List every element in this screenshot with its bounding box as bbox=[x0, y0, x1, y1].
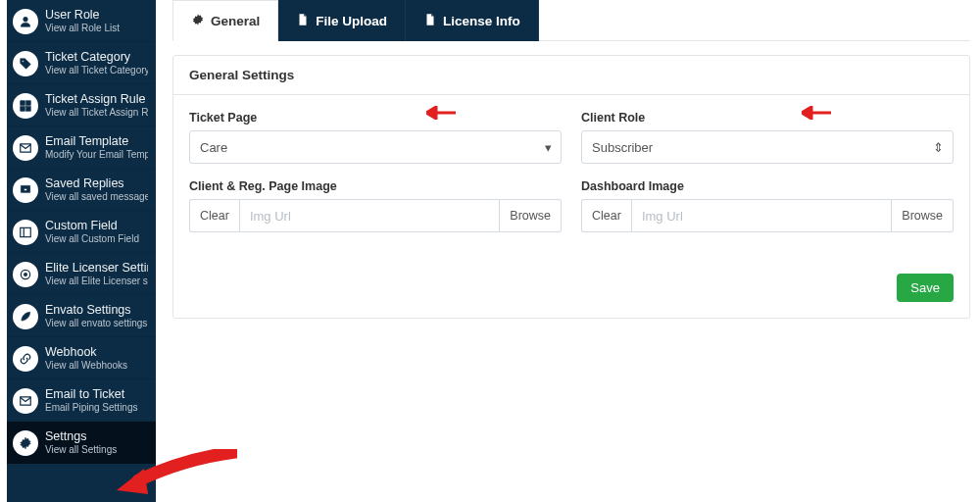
svg-rect-3 bbox=[26, 100, 31, 105]
dashboard-image-label: Dashboard Image bbox=[581, 179, 954, 193]
ticket-page-label: Ticket Page bbox=[189, 111, 562, 125]
main: GeneralFile UploadLicense Info General S… bbox=[172, 0, 970, 502]
user-icon bbox=[13, 9, 38, 34]
svg-point-9 bbox=[24, 273, 27, 276]
client-reg-clear-button[interactable]: Clear bbox=[189, 199, 239, 232]
sidebar-item-email-template[interactable]: Email TemplateModify Your Email Template bbox=[7, 126, 156, 169]
client-reg-image-field: Client & Reg. Page Image Clear Browse bbox=[189, 179, 562, 232]
dashboard-image-input[interactable] bbox=[631, 199, 892, 232]
tag-icon bbox=[13, 51, 38, 76]
sidebar-item-title: Email to Ticket bbox=[45, 387, 138, 402]
sidebar-item-envato-settings[interactable]: Envato SettingsView all envato settings bbox=[7, 295, 156, 337]
svg-rect-5 bbox=[26, 106, 31, 111]
sidebar-item-settngs[interactable]: SettngsView all Settings bbox=[7, 422, 156, 464]
mail-icon bbox=[13, 135, 38, 161]
client-role-select[interactable]: Subscriber bbox=[581, 130, 954, 164]
sidebar-item-elite-licenser-setting[interactable]: Elite Licenser SettingView all Elite Lic… bbox=[7, 253, 156, 295]
tab-general[interactable]: General bbox=[172, 0, 278, 41]
sidebar-item-sub: View all envato settings bbox=[45, 318, 147, 329]
sidebar-item-sub: View all Settings bbox=[45, 444, 117, 456]
ticket-page-field: Ticket Page Care ▾ bbox=[189, 111, 562, 164]
tab-label: File Upload bbox=[316, 14, 387, 28]
sidebar-item-sub: View all Custom Field bbox=[45, 233, 139, 245]
sidebar-item-email-to-ticket[interactable]: Email to TicketEmail Piping Settings bbox=[7, 379, 156, 422]
svg-point-1 bbox=[23, 60, 24, 62]
sidebar-item-saved-replies[interactable]: Saved RepliesView all saved message bbox=[7, 169, 156, 211]
sidebar-item-title: Envato Settings bbox=[45, 303, 147, 318]
inbox-icon bbox=[13, 177, 38, 203]
svg-rect-2 bbox=[21, 100, 25, 105]
sidebar-item-webhook[interactable]: WebhookView all Webhooks bbox=[7, 337, 156, 379]
tab-label: License Info bbox=[443, 14, 520, 28]
sidebar-item-sub: View all Elite Licenser settings bbox=[45, 276, 148, 287]
svg-rect-6 bbox=[21, 227, 31, 236]
sidebar-item-title: Ticket Category bbox=[45, 50, 148, 65]
sidebar-item-title: Custom Field bbox=[45, 219, 139, 233]
svg-point-0 bbox=[24, 17, 28, 22]
client-role-field: Client Role Subscriber ⇕ bbox=[581, 111, 954, 164]
sidebar-item-title: Elite Licenser Setting bbox=[45, 261, 148, 276]
leaf-icon bbox=[13, 304, 38, 329]
sidebar-item-title: Webhook bbox=[45, 345, 127, 360]
sidebar-item-title: Ticket Assign Rule bbox=[45, 92, 148, 107]
sidebar-item-sub: View all Webhooks bbox=[45, 360, 127, 372]
client-reg-image-input[interactable] bbox=[239, 199, 500, 232]
tabs: GeneralFile UploadLicense Info bbox=[172, 0, 970, 41]
sidebar-item-user-role[interactable]: User RoleView all Role List bbox=[7, 0, 156, 42]
sidebar-item-title: Settngs bbox=[45, 429, 117, 444]
sidebar-item-sub: Email Piping Settings bbox=[45, 402, 138, 414]
file-icon bbox=[423, 13, 437, 29]
general-settings-panel: General Settings Ticket Page Care ▾ Clie… bbox=[172, 55, 970, 319]
ticket-page-select[interactable]: Care bbox=[189, 130, 562, 164]
sidebar-item-sub: View all Ticket Category bbox=[45, 65, 148, 76]
grid-icon bbox=[13, 93, 38, 119]
client-role-label: Client Role bbox=[581, 111, 954, 125]
sidebar-item-sub: View all Ticket Assign Rule bbox=[45, 107, 148, 119]
dashboard-image-field: Dashboard Image Clear Browse bbox=[581, 179, 954, 232]
client-reg-browse-button[interactable]: Browse bbox=[500, 199, 562, 232]
save-button[interactable]: Save bbox=[897, 274, 954, 302]
panel-footer: Save bbox=[173, 264, 969, 318]
tab-file-upload[interactable]: File Upload bbox=[278, 0, 406, 41]
dashboard-browse-button[interactable]: Browse bbox=[892, 199, 954, 232]
panel-icon bbox=[13, 220, 38, 245]
sidebar-item-ticket-assign-rule[interactable]: Ticket Assign RuleView all Ticket Assign… bbox=[7, 84, 156, 126]
sidebar: User RoleView all Role ListTicket Catego… bbox=[7, 0, 156, 502]
gear-icon bbox=[191, 13, 205, 29]
panel-body: Ticket Page Care ▾ Client Role Subscribe… bbox=[173, 95, 969, 264]
svg-rect-4 bbox=[21, 106, 25, 111]
dashboard-clear-button[interactable]: Clear bbox=[581, 199, 631, 232]
sidebar-item-sub: Modify Your Email Template bbox=[45, 149, 148, 161]
sidebar-item-sub: View all saved message bbox=[45, 191, 148, 203]
gear-icon bbox=[13, 430, 38, 456]
sidebar-item-custom-field[interactable]: Custom FieldView all Custom Field bbox=[7, 211, 156, 253]
sidebar-item-ticket-category[interactable]: Ticket CategoryView all Ticket Category bbox=[7, 42, 156, 84]
client-reg-image-label: Client & Reg. Page Image bbox=[189, 179, 562, 193]
panel-header: General Settings bbox=[173, 56, 969, 95]
tab-license-info[interactable]: License Info bbox=[406, 0, 539, 41]
tab-label: General bbox=[211, 14, 260, 28]
mail-icon bbox=[13, 388, 38, 414]
link-icon bbox=[13, 346, 38, 372]
sidebar-item-title: Saved Replies bbox=[45, 176, 148, 191]
sidebar-item-sub: View all Role List bbox=[45, 23, 120, 34]
badge-icon bbox=[13, 262, 38, 287]
file-icon bbox=[296, 13, 310, 29]
sidebar-item-title: User Role bbox=[45, 8, 120, 23]
sidebar-item-title: Email Template bbox=[45, 134, 148, 149]
